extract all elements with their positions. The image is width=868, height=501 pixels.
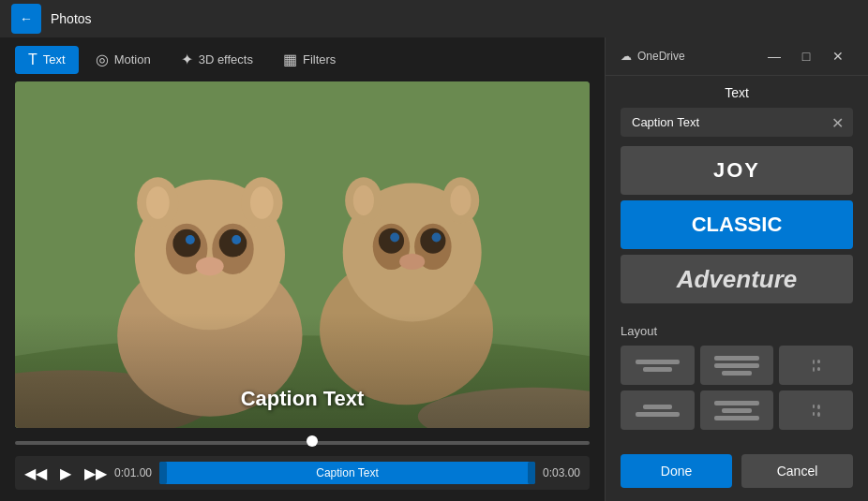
right-panel-header: ☁ OneDrive — □ ✕ [606,37,868,76]
maximize-button[interactable]: □ [791,45,821,67]
style-classic-label: CLASSIC [692,213,783,237]
style-joy-label: JOY [713,158,760,183]
panel-title: Text [606,76,868,108]
toolbar-motion-label: Motion [114,52,151,66]
time-end: 0:03.00 [543,466,580,479]
dot-4 [817,412,820,417]
playback-bar: ◀◀ ▶ ▶▶ 0:01.00 Caption Text 0:03.00 [15,456,590,490]
play-button[interactable]: ▶ [54,464,77,482]
svg-point-16 [250,186,274,219]
layout-bar-2 [643,367,672,372]
dot-line-3 [813,405,815,408]
toolbar: T Text ◎ Motion ✦ 3D effects ▦ Filters [0,37,605,81]
layout-center-alt[interactable] [700,390,774,430]
forward-button[interactable]: ▶▶ [84,464,107,482]
done-button[interactable]: Done [621,454,732,488]
scrubber-handle[interactable] [307,435,318,447]
style-classic[interactable]: CLASSIC [621,200,853,249]
time-start: 0:01.00 [114,466,152,479]
video-image [15,81,590,428]
svg-point-25 [399,254,425,270]
style-adventure[interactable]: Adventure [621,255,853,303]
clear-caption-button[interactable]: ✕ [831,113,844,131]
left-panel: T Text ◎ Motion ✦ 3D effects ▦ Filters [0,37,605,501]
layout-title: Layout [621,324,853,338]
layout-bar-10 [714,416,758,420]
back-icon: ← [20,11,33,26]
toolbar-filters-label: Filters [303,52,336,66]
dot-1 [813,360,816,364]
timeline-area: ◀◀ ▶ ▶▶ 0:01.00 Caption Text 0:03.00 [0,428,605,501]
dot-2 [813,367,816,372]
video-preview: Caption Text [15,81,590,428]
layout-center-double[interactable] [700,346,774,385]
onedrive-area: ☁ OneDrive [621,50,685,63]
text-icon: T [28,52,37,68]
svg-point-23 [390,233,399,243]
layout-dots[interactable] [779,346,853,385]
svg-point-28 [353,185,374,215]
app-title: Photos [51,11,92,26]
scrubber-track[interactable] [15,441,590,445]
layout-dot-row [813,360,820,364]
back-button[interactable]: ← [11,4,41,34]
panel-footer: Done Cancel [606,445,868,501]
onedrive-label: OneDrive [637,50,685,63]
svg-point-24 [432,233,441,243]
clip-label: Caption Text [316,466,379,479]
toolbar-3deffects-button[interactable]: ✦ 3D effects [168,45,266,74]
titlebar: ← Photos [0,0,868,37]
svg-point-15 [146,186,170,219]
caption-overlay: Caption Text [15,387,590,411]
svg-point-22 [420,228,445,254]
right-panel: ☁ OneDrive — □ ✕ Text ✕ JOY CLASSIC [605,37,868,501]
toolbar-text-label: Text [43,52,66,66]
layout-bar-left[interactable] [621,390,695,430]
toolbar-filters-button[interactable]: ▦ Filters [270,45,349,74]
layout-bar-right[interactable] [779,390,853,430]
layout-dot-row-3 [813,405,820,409]
layout-bar-3 [714,356,758,361]
layout-section: Layout [606,315,868,445]
svg-point-21 [379,228,404,254]
svg-point-9 [219,229,247,258]
layout-bar-4 [714,363,758,368]
3d-icon: ✦ [181,51,193,68]
svg-point-10 [186,235,195,244]
clip-handle-left[interactable] [159,462,167,484]
toolbar-text-button[interactable]: T Text [15,46,79,74]
dot-3 [817,405,820,409]
layout-bar-1 [636,360,680,364]
layout-bar-9 [722,408,751,413]
filters-icon: ▦ [283,51,297,68]
rewind-button[interactable]: ◀◀ [24,464,47,482]
caption-input-wrap: ✕ [621,108,853,137]
layout-bar-8 [714,401,758,405]
layout-bar-7 [636,412,680,417]
layout-grid-top [621,346,853,430]
clip-track[interactable]: Caption Text [159,462,535,484]
clip-handle-right[interactable] [528,462,535,484]
motion-icon: ◎ [96,51,109,68]
toolbar-3deffects-label: 3D effects [199,52,253,66]
layout-bar-6 [643,405,672,409]
svg-point-11 [232,235,241,244]
main-content: T Text ◎ Motion ✦ 3D effects ▦ Filters [0,37,868,501]
window-controls: — □ ✕ [759,45,853,67]
layout-center-bar[interactable] [621,346,695,385]
dot-line-4 [813,412,815,416]
style-list: JOY CLASSIC Adventure [606,146,868,315]
layout-bar-5 [722,371,751,376]
minimize-button[interactable]: — [759,45,789,67]
scrubber[interactable] [15,435,590,450]
svg-point-8 [172,229,201,258]
svg-point-12 [196,257,224,275]
close-button[interactable]: ✕ [823,45,853,67]
dot-line-2 [817,367,819,371]
style-joy[interactable]: JOY [621,146,853,195]
caption-input[interactable] [621,108,853,137]
svg-point-29 [450,185,471,215]
toolbar-motion-button[interactable]: ◎ Motion [82,45,164,74]
layout-dot-row-2 [813,367,820,372]
cancel-button[interactable]: Cancel [741,454,853,488]
